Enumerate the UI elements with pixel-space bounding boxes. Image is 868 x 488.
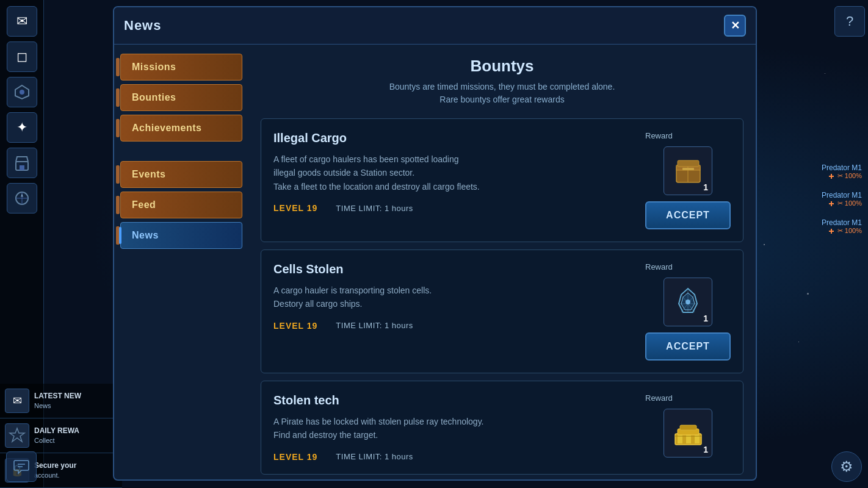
- sidebar-icon-faction[interactable]: [7, 77, 37, 107]
- reward-count-stolen-tech: 1: [703, 445, 708, 454]
- nav-item-news[interactable]: News: [120, 222, 242, 249]
- bounty-right-illegal-cargo: Reward 1 ACCEPT: [645, 131, 731, 229]
- sidebar-icon-navigation[interactable]: [7, 183, 37, 214]
- nav-item-feed[interactable]: Feed: [120, 192, 242, 218]
- bounty-name-illegal-cargo: Illegal Cargo: [273, 131, 633, 145]
- bounty-info-illegal-cargo: Illegal Cargo A fleet of cargo haulers h…: [273, 131, 633, 213]
- chat-button[interactable]: [6, 451, 37, 482]
- settings-button[interactable]: ⚙: [831, 451, 862, 482]
- bounty-card-stolen-tech: Stolen tech A Pirate has be locked with …: [261, 381, 743, 475]
- bounty-name-stolen-tech: Stolen tech: [273, 393, 633, 407]
- section-desc-line2: Rare bountys offer great rewards: [261, 93, 743, 106]
- svg-rect-20: [678, 160, 699, 167]
- bounty-desc-illegal-cargo: A fleet of cargo haulers has been spotte…: [273, 152, 633, 193]
- bounty-meta-illegal-cargo: LEVEL 19 TIME LIMIT: 1 hours: [273, 203, 633, 213]
- bounty-desc-stolen-tech: A Pirate has be locked with stolen pulse…: [273, 415, 633, 442]
- time-limit-stolen-tech: TIME LIMIT: 1 hours: [336, 452, 413, 461]
- time-limit-cells-stolen: TIME LIMIT: 1 hours: [336, 321, 413, 330]
- bounty-meta-cells-stolen: LEVEL 19 TIME LIMIT: 1 hours: [273, 321, 633, 331]
- nav-menu: Missions Bounties Achievements Events Fe…: [114, 45, 248, 479]
- news-dialog: News ✕ Missions Bounties Achievements Ev…: [113, 6, 757, 481]
- bounty-info-cells-stolen: Cells Stolen A cargo hauler is transport…: [273, 262, 633, 331]
- events-button[interactable]: Events: [120, 161, 242, 188]
- missions-button[interactable]: Missions: [120, 54, 242, 81]
- close-button[interactable]: ✕: [724, 15, 746, 37]
- reward-icon-illegal-cargo: 1: [664, 146, 712, 195]
- help-button[interactable]: ?: [834, 6, 865, 37]
- nav-item-events[interactable]: Events: [120, 161, 242, 188]
- fleet-entry-3: Predator M1 ✂ 100%: [819, 217, 865, 237]
- level-badge-stolen-tech: LEVEL 19: [273, 452, 317, 462]
- notif-text-security: Secure your account.: [34, 461, 76, 479]
- notif-icon-news: ✉: [5, 389, 29, 413]
- achievements-button[interactable]: Achievements: [120, 115, 242, 142]
- nav-item-achievements[interactable]: Achievements: [120, 115, 242, 142]
- svg-marker-7: [10, 428, 24, 442]
- sidebar-icon-mail[interactable]: ✉: [7, 6, 37, 37]
- news-button[interactable]: News: [120, 222, 242, 249]
- dialog-title: News: [124, 18, 161, 34]
- right-sidebar: ? Predator M1 ✂ 100% Predator M1 ✂ 100% …: [776, 0, 868, 488]
- notif-text-news: LATEST NEW News: [34, 392, 81, 410]
- notif-item-news[interactable]: ✉ LATEST NEW News: [0, 384, 122, 418]
- section-header: Bountys Bountys are timed missions, they…: [261, 57, 743, 106]
- content-area: Bountys Bountys are timed missions, they…: [248, 45, 756, 479]
- section-title: Bountys: [261, 57, 743, 76]
- nav-item-bounties[interactable]: Bounties: [120, 84, 242, 111]
- reward-label-cells-stolen: Reward: [645, 262, 673, 271]
- reward-count-cells-stolen: 1: [703, 314, 708, 323]
- dialog-body: Missions Bounties Achievements Events Fe…: [114, 45, 756, 479]
- accept-button-illegal-cargo[interactable]: ACCEPT: [645, 201, 731, 229]
- time-limit-illegal-cargo: TIME LIMIT: 1 hours: [336, 204, 413, 213]
- level-badge-illegal-cargo: LEVEL 19: [273, 203, 317, 213]
- sidebar-icon-alliance[interactable]: ✦: [7, 112, 37, 143]
- bounty-card-cells-stolen: Cells Stolen A cargo hauler is transport…: [261, 249, 743, 373]
- fleet-entry-1: Predator M1 ✂ 100%: [819, 162, 865, 182]
- reward-icon-stolen-tech: 1: [664, 409, 712, 458]
- svg-rect-2: [20, 165, 24, 170]
- accept-button-cells-stolen[interactable]: ACCEPT: [645, 332, 731, 361]
- bounty-meta-stolen-tech: LEVEL 19 TIME LIMIT: 1 hours: [273, 452, 633, 462]
- fleet-entry-2: Predator M1 ✂ 100%: [819, 189, 865, 209]
- bounty-name-cells-stolen: Cells Stolen: [273, 262, 633, 276]
- section-desc-line1: Bountys are timed missions, they must be…: [261, 81, 743, 93]
- reward-label-illegal-cargo: Reward: [645, 131, 673, 140]
- sidebar-icon-cube[interactable]: ◻: [7, 41, 37, 72]
- svg-rect-30: [680, 425, 696, 430]
- bounty-right-cells-stolen: Reward 1 ACCEPT: [645, 262, 731, 361]
- svg-point-27: [685, 300, 690, 304]
- svg-point-0: [20, 90, 24, 95]
- bounty-desc-cells-stolen: A cargo hauler is transporting stolen ce…: [273, 284, 633, 311]
- bounty-right-stolen-tech: Reward 1: [645, 393, 731, 458]
- sidebar-icon-market[interactable]: [7, 148, 37, 178]
- notif-text-daily: DAILY REWA Collect: [34, 426, 79, 445]
- reward-label-stolen-tech: Reward: [645, 393, 673, 403]
- bounty-card-illegal-cargo: Illegal Cargo A fleet of cargo haulers h…: [261, 118, 743, 242]
- reward-count-illegal-cargo: 1: [703, 182, 708, 192]
- nav-item-missions[interactable]: Missions: [120, 54, 242, 81]
- bounties-button[interactable]: Bounties: [120, 84, 242, 111]
- notif-icon-daily: [5, 423, 29, 448]
- dialog-header: News ✕: [114, 7, 756, 45]
- bounty-info-stolen-tech: Stolen tech A Pirate has be locked with …: [273, 393, 633, 462]
- level-badge-cells-stolen: LEVEL 19: [273, 321, 317, 331]
- feed-button[interactable]: Feed: [120, 192, 242, 218]
- reward-icon-cells-stolen: 1: [664, 278, 712, 326]
- notif-item-daily[interactable]: DAILY REWA Collect: [0, 418, 122, 453]
- svg-rect-19: [682, 168, 694, 170]
